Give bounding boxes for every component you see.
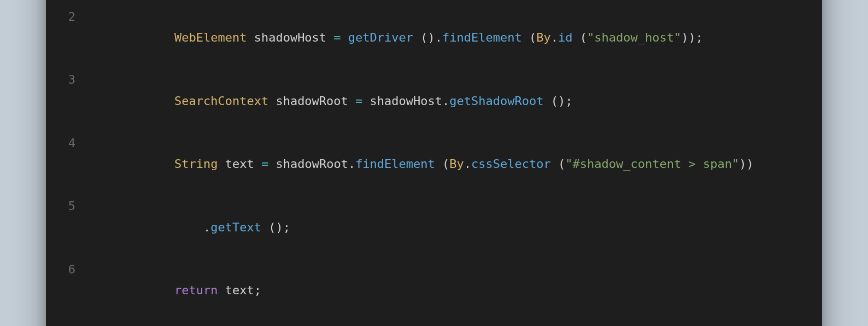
type-by: By	[449, 157, 464, 171]
code-line: 1 public String getShadowDomText () {	[59, 0, 809, 7]
identifier: shadowRoot	[275, 157, 348, 171]
code-content: return text;	[87, 259, 809, 323]
line-number: 3	[59, 69, 87, 133]
type-string: String	[174, 157, 218, 171]
code-line: 6 return text;	[59, 259, 809, 323]
code-window: 1 public String getShadowDomText () { 2 …	[46, 0, 822, 326]
string-literal: "#shadow_content > span"	[565, 157, 739, 171]
code-content: WebElement shadowHost = getDriver ().fin…	[87, 7, 809, 70]
code-content: .getText ();	[87, 196, 809, 259]
string-literal: "shadow_host"	[587, 31, 681, 44]
line-number: 7	[59, 322, 87, 326]
code-content: }	[87, 322, 809, 326]
identifier: text	[225, 283, 254, 297]
line-number: 5	[59, 196, 87, 259]
fn-gettext: getText	[210, 220, 261, 234]
code-line: 3 SearchContext shadowRoot = shadowHost.…	[59, 69, 809, 133]
fn-getshadowroot: getShadowRoot	[449, 94, 543, 108]
operator-equals: =	[261, 157, 268, 171]
code-line: 5 .getText ();	[59, 196, 809, 259]
line-number: 1	[59, 0, 87, 7]
line-number: 4	[59, 133, 87, 196]
line-number: 6	[59, 259, 87, 323]
fn-getdriver: getDriver	[348, 31, 413, 44]
type-by: By	[536, 31, 551, 44]
line-number: 2	[59, 7, 87, 70]
fn-findelement: findElement	[355, 157, 435, 171]
operator-equals: =	[333, 31, 341, 44]
fn-id: id	[558, 31, 573, 44]
identifier: text	[225, 157, 254, 171]
type-searchcontext: SearchContext	[174, 94, 268, 108]
fn-findelement: findElement	[442, 31, 522, 44]
code-line: 2 WebElement shadowHost = getDriver ().f…	[59, 7, 809, 70]
operator-equals: =	[355, 94, 362, 108]
identifier: shadowRoot	[275, 94, 348, 108]
code-line: 4 String text = shadowRoot.findElement (…	[59, 133, 809, 196]
code-line: 7 }	[59, 322, 809, 326]
type-webelement: WebElement	[174, 31, 247, 44]
keyword-return: return	[174, 283, 218, 297]
fn-cssselector: cssSelector	[471, 157, 551, 171]
identifier: shadowHost	[370, 94, 442, 108]
code-content: SearchContext shadowRoot = shadowHost.ge…	[87, 69, 809, 133]
code-content: public String getShadowDomText () {	[87, 0, 809, 7]
code-content: String text = shadowRoot.findElement (By…	[87, 133, 809, 196]
code-editor[interactable]: 1 public String getShadowDomText () { 2 …	[59, 0, 809, 326]
identifier: shadowHost	[254, 31, 326, 44]
